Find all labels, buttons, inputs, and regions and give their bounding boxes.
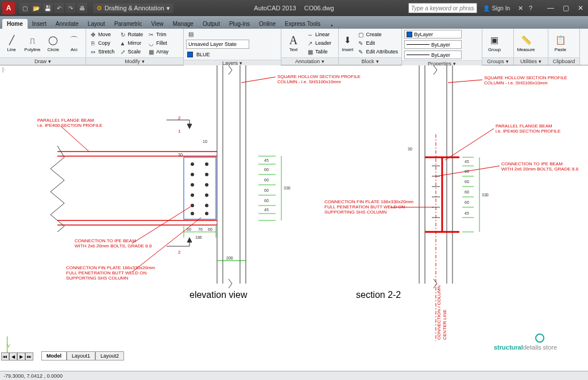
linear-dim-button[interactable]: ↔Linear	[305, 30, 332, 38]
leader-button[interactable]: ↗Leader	[305, 39, 332, 47]
drawing-area[interactable]: [- SQUARE HOLLOW SECTION PROFILE COLUMN …	[0, 65, 588, 363]
layer-props-button[interactable]: ▤	[186, 30, 249, 38]
paste-button[interactable]: 📋Paste	[551, 30, 570, 56]
measure-button[interactable]: 📏Measure	[516, 30, 536, 56]
signin[interactable]: 👤 Sign In	[483, 5, 510, 11]
scroll-prev[interactable]: ◀	[9, 352, 17, 360]
line-button[interactable]: ╱Line	[2, 30, 21, 56]
svg-point-24	[205, 204, 208, 207]
fillet-button[interactable]: ◡Fillet	[146, 39, 170, 47]
move-button[interactable]: ✥Move	[88, 30, 116, 38]
tab-output[interactable]: Output	[198, 19, 225, 29]
circle-button[interactable]: ◯Circle	[44, 30, 63, 56]
block-edit[interactable]: ✎Edit	[356, 39, 399, 47]
svg-point-112	[536, 334, 544, 342]
lineweight-bylayer[interactable]: ByLayer	[404, 40, 462, 49]
help-icon[interactable]: ?	[526, 5, 535, 12]
svg-text:76: 76	[198, 227, 203, 231]
svg-line-11	[60, 126, 89, 152]
svg-text:CONNECTION TO IPE BEAM: CONNECTION TO IPE BEAM	[501, 161, 563, 166]
tab-overflow[interactable]: •	[331, 22, 333, 29]
svg-point-26	[205, 212, 208, 215]
polyline-button[interactable]: ⎍Polyline	[23, 30, 41, 56]
scroll-last[interactable]: ⏭	[25, 352, 33, 360]
gear-icon: ⚙	[96, 5, 102, 12]
scroll-first[interactable]: ⏮	[1, 352, 9, 360]
svg-point-17	[191, 173, 194, 176]
panel-draw-label[interactable]: Draw ▾	[0, 57, 86, 65]
tab-expresstools[interactable]: Express Tools	[280, 19, 325, 29]
panel-modify-label[interactable]: Modify ▾	[86, 57, 183, 65]
qat-new[interactable]: ▢	[20, 3, 30, 13]
close-button[interactable]: ✕	[573, 2, 588, 14]
ucs-y-label: Y	[7, 343, 10, 349]
qat-redo[interactable]: ↷	[65, 3, 76, 13]
svg-point-19	[191, 183, 194, 187]
svg-text:CONNECTION FIN PLATE 186x330x2: CONNECTION FIN PLATE 186x330x20mm	[66, 265, 155, 270]
workspace-label: Drafting & Annotation	[105, 5, 164, 11]
user-icon: 👤	[483, 5, 490, 11]
svg-text:1: 1	[178, 129, 181, 134]
tab-home[interactable]: Home	[2, 19, 28, 29]
svg-text:60: 60	[264, 178, 269, 182]
svg-line-27	[132, 205, 192, 243]
panel-utilities-label[interactable]: Utilities ▾	[514, 57, 548, 65]
tab-annotate[interactable]: Annotate	[51, 19, 83, 29]
panel-block: ⬇Insert ▢Create ✎Edit ✎Edit Attributes B…	[339, 29, 402, 65]
signin-label: Sign In	[492, 5, 510, 11]
minimize-button[interactable]: —	[543, 2, 558, 14]
app-name: AutoCAD 2013	[254, 5, 296, 11]
rotate-button[interactable]: ↻Rotate	[118, 30, 145, 38]
tab-layout[interactable]: Layout	[83, 19, 110, 29]
tab-manage[interactable]: Manage	[168, 19, 198, 29]
tab-model[interactable]: Model	[41, 351, 67, 360]
group-button[interactable]: ▣Group	[485, 30, 504, 56]
svg-point-20	[205, 183, 208, 187]
arc-button[interactable]: ⌒Arc	[65, 30, 83, 56]
block-attr[interactable]: ✎Edit Attributes	[356, 48, 399, 56]
text-button[interactable]: AText	[284, 30, 303, 56]
help-search[interactable]	[408, 3, 477, 13]
search-input[interactable]	[408, 3, 477, 13]
layer-current[interactable]: BLUE	[186, 51, 249, 59]
layout-tabs: Model Layout1 Layout2	[41, 351, 124, 360]
tab-plugins[interactable]: Plug-ins	[225, 19, 254, 29]
svg-text:330: 330	[284, 186, 291, 190]
color-bylayer[interactable]: ByLayer	[404, 30, 462, 38]
exchange-icon[interactable]: ✕	[516, 5, 525, 12]
svg-point-18	[205, 173, 208, 176]
trim-button[interactable]: ✂Trim	[146, 30, 170, 38]
app-logo[interactable]: A	[2, 2, 15, 14]
stretch-button[interactable]: ⇔Stretch	[88, 48, 116, 56]
scroll-next[interactable]: ▶	[17, 352, 25, 360]
tab-view[interactable]: View	[146, 19, 168, 29]
tab-layout1[interactable]: Layout1	[67, 351, 95, 360]
layer-state-input[interactable]	[186, 40, 249, 49]
svg-rect-14	[184, 157, 216, 219]
tab-online[interactable]: Online	[254, 19, 280, 29]
mirror-button[interactable]: ▲Mirror	[118, 39, 145, 47]
copy-button[interactable]: ⎘Copy	[88, 39, 116, 47]
qat-plot[interactable]: 🖶	[77, 3, 87, 13]
qat-undo[interactable]: ↶	[54, 3, 64, 13]
coordinates: -79.3000, 7.0412 , 0.0000	[3, 373, 63, 379]
panel-block-label[interactable]: Block ▾	[339, 57, 401, 65]
panel-annotation-label[interactable]: Annotation ▾	[281, 57, 338, 65]
scale-button[interactable]: ⤢Scale	[118, 48, 145, 56]
block-create[interactable]: ▢Create	[356, 30, 399, 38]
qat-save[interactable]: 💾	[42, 3, 53, 13]
tab-layout2[interactable]: Layout2	[95, 351, 124, 360]
workspace-switcher[interactable]: ⚙ Drafting & Annotation ▾	[93, 3, 173, 13]
array-button[interactable]: ▦Array	[146, 48, 170, 56]
svg-text:SQUARE HOLLOW SECTION PROFILE: SQUARE HOLLOW SECTION PROFILE	[484, 75, 567, 80]
tab-insert[interactable]: Insert	[28, 19, 51, 29]
maximize-button[interactable]: ▢	[558, 2, 573, 14]
qat-open[interactable]: 📂	[31, 3, 41, 13]
table-button[interactable]: ▦Table	[305, 48, 332, 56]
svg-text:WITH 2x6 20mm BOLTS, GRADE 8.8: WITH 2x6 20mm BOLTS, GRADE 8.8	[75, 243, 152, 249]
insert-button[interactable]: ⬇Insert	[341, 30, 354, 56]
panel-groups-label[interactable]: Groups ▾	[482, 57, 513, 65]
linetype-bylayer[interactable]: ByLayer	[404, 51, 462, 59]
tab-parametric[interactable]: Parametric	[110, 19, 146, 29]
svg-text:SUPPORTING SHS COLUMN: SUPPORTING SHS COLUMN	[324, 210, 387, 215]
